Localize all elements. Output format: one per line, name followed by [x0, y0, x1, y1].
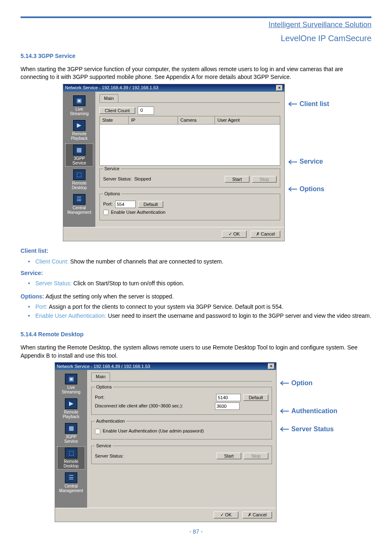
sidebar: ▣ Live Streaming ▶ Remote Playback ▦ 3GP…	[63, 92, 95, 227]
sidebar-item-label: Remote Playback	[67, 132, 92, 141]
start-button[interactable]: Start	[217, 453, 241, 459]
sidebar-item-label: 3GPP Service	[58, 435, 84, 444]
options-group: Options Port: Default Enable User Authen…	[99, 191, 280, 221]
col-camera: Camera	[178, 116, 215, 124]
cancel-button[interactable]: ✗ Cancel	[251, 231, 280, 238]
desktop-icon: ⬚	[65, 448, 77, 458]
dialog-remote-desktop: Network Service - 192.168.4.39 / 192.168…	[55, 362, 277, 522]
sidebar-item-live-streaming[interactable]: ▣ Live Streaming	[65, 94, 93, 117]
sidebar-item-label: Remote Playback	[58, 410, 84, 419]
page-number: - 87 -	[21, 528, 371, 536]
default-button[interactable]: Default	[243, 394, 268, 401]
server-status-value: Stopped	[134, 176, 151, 182]
enable-auth-label: Enable User Authentication (Use admin pa…	[103, 428, 204, 434]
ok-button[interactable]: ✓ OK	[214, 511, 238, 518]
section-heading-3gpp: 5.14.3 3GPP Service	[21, 52, 371, 60]
idle-label: Disconnect idle client after (300~3600 s…	[95, 403, 212, 409]
desktop-icon: ⬚	[73, 169, 85, 180]
def-enable-auth: Enable User Authentication: User need to…	[28, 312, 371, 320]
enable-auth-checkbox[interactable]	[103, 210, 108, 215]
ok-button[interactable]: ✓ OK	[222, 231, 247, 238]
stop-button[interactable]: Stop	[252, 176, 277, 183]
sidebar-item-label: Remote Desktop	[67, 181, 92, 190]
sidebar-item-label: 3GPP Service	[67, 156, 92, 165]
sidebar: ▣ Live Streaming ▶ Remote Playback ▦ 3GP…	[55, 370, 87, 508]
service-group: Service Server Status: Stopped Start Sto…	[99, 166, 280, 187]
service-legend: Service	[103, 166, 121, 172]
options-group: Options Port: Default Disconnect idle cl…	[91, 384, 272, 415]
sidebar-item-live-streaming[interactable]: ▣ Live Streaming	[57, 372, 85, 395]
sidebar-item-3gpp-service[interactable]: ▦ 3GPP Service	[65, 143, 93, 166]
options-legend: Options	[95, 384, 113, 390]
enable-auth-checkbox[interactable]	[95, 429, 100, 434]
tab-main[interactable]: Main	[91, 372, 110, 381]
doc-header-line2: LevelOne IP CamSecure	[21, 32, 371, 44]
sidebar-item-label: Central Management	[67, 206, 92, 215]
annotation-client-list: Client list	[287, 99, 329, 109]
col-ip: IP	[129, 116, 178, 124]
def-port: Port: Assign a port for the clients to c…	[28, 303, 371, 311]
client-list-header: State IP Camera User Agent	[99, 116, 280, 125]
sidebar-item-remote-desktop[interactable]: ⬚ Remote Desktop	[57, 446, 85, 469]
sidebar-item-label: Remote Desktop	[58, 459, 84, 468]
port-label: Port:	[95, 394, 214, 400]
client-list-body[interactable]	[99, 125, 280, 166]
cancel-button[interactable]: ✗ Cancel	[242, 511, 272, 518]
play-icon: ▶	[73, 120, 85, 131]
port-input[interactable]	[216, 394, 241, 401]
annotation-options: Options	[287, 185, 329, 194]
annotation-server-status: Server Status	[279, 425, 337, 434]
col-user-agent: User Agent	[215, 116, 280, 124]
def-client-count: Client Count: Show the number of channel…	[28, 258, 371, 266]
stop-button[interactable]: Stop	[244, 453, 268, 459]
window-title: Network Service - 192.168.4.39 / 192.168…	[57, 363, 150, 370]
port-label: Port:	[103, 201, 113, 207]
enable-auth-label: Enable User Authentication	[111, 209, 166, 215]
play-icon: ▶	[65, 398, 77, 409]
sidebar-item-label: Central Management	[58, 484, 84, 493]
client-count-button[interactable]: Client Count	[99, 107, 135, 114]
window-title: Network Service - 192.168.4.39 / 192.168…	[65, 85, 158, 91]
service-legend: Service	[95, 443, 113, 449]
sidebar-item-3gpp-service[interactable]: ▦ 3GPP Service	[57, 422, 85, 445]
server-status-label: Server Status:	[95, 453, 124, 459]
grid-icon: ▦	[73, 145, 85, 155]
close-icon[interactable]: ×	[268, 363, 274, 369]
sidebar-item-label: Live Streaming	[67, 107, 92, 116]
close-icon[interactable]: ×	[276, 85, 283, 91]
list-icon: ☰	[65, 472, 77, 483]
server-status-label: Server Status:	[103, 176, 132, 182]
col-state: State	[100, 116, 129, 124]
sidebar-item-central-management[interactable]: ☰ Central Management	[57, 471, 85, 494]
annotation-authentication: Authentication	[279, 407, 337, 416]
camera-icon: ▣	[65, 374, 77, 384]
def-service-label: Service:	[21, 270, 43, 276]
auth-legend: Authentication	[95, 418, 126, 424]
sidebar-item-remote-desktop[interactable]: ⬚ Remote Desktop	[65, 168, 93, 191]
doc-header-line1: Intelligent Surveillance Solution	[21, 20, 371, 31]
def-client-list-label: Client list:	[21, 247, 48, 254]
port-input[interactable]	[115, 201, 136, 208]
section-intro-remote-desktop: When starting the Remote Desktop, the sy…	[21, 344, 371, 360]
grid-icon: ▦	[65, 423, 77, 434]
sidebar-item-remote-playback[interactable]: ▶ Remote Playback	[57, 397, 85, 420]
annotation-option: Option	[279, 379, 337, 388]
auth-group: Authentication Enable User Authenticatio…	[91, 418, 272, 439]
sidebar-item-label: Live Streaming	[58, 385, 84, 394]
section-intro-3gpp: When starting the 3GPP service function …	[21, 65, 371, 81]
default-button[interactable]: Default	[138, 201, 163, 208]
start-button[interactable]: Start	[225, 176, 249, 183]
dialog-3gpp: Network Service - 192.168.4.39 / 192.168…	[63, 84, 285, 241]
titlebar: Network Service - 192.168.4.39 / 192.168…	[63, 84, 284, 92]
annotation-service: Service	[287, 157, 329, 166]
def-options-line: Options: Adjust the setting only when th…	[21, 293, 371, 301]
sidebar-item-remote-playback[interactable]: ▶ Remote Playback	[65, 119, 93, 142]
client-count-value: 0	[138, 106, 154, 114]
sidebar-item-central-management[interactable]: ☰ Central Management	[65, 193, 93, 216]
list-icon: ☰	[73, 194, 85, 205]
options-legend: Options	[103, 191, 121, 197]
idle-input[interactable]	[215, 402, 240, 410]
tab-main[interactable]: Main	[99, 94, 118, 102]
titlebar: Network Service - 192.168.4.39 / 192.168…	[55, 363, 276, 370]
section-heading-remote-desktop: 5.14.4 Remote Desktop	[21, 331, 371, 339]
